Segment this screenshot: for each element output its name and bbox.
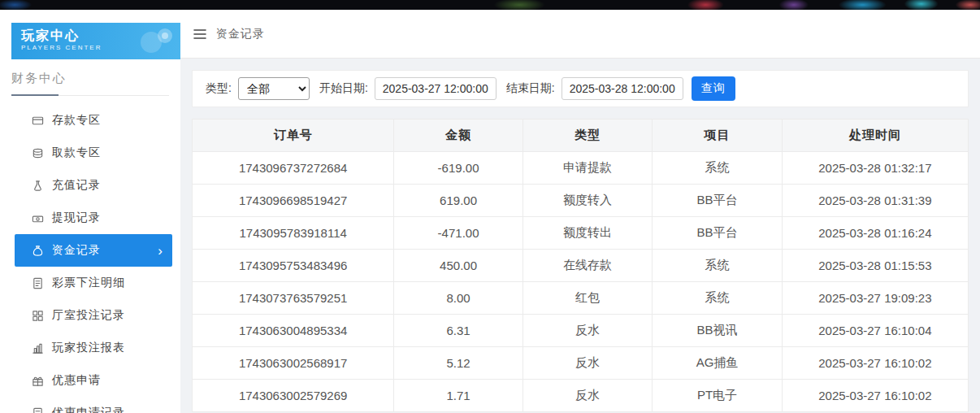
table-cell: 2025-03-27 16:10:02 <box>782 380 968 412</box>
table-cell: 2025-03-28 01:31:39 <box>782 185 968 217</box>
sidebar-item-lottery-bet-details[interactable]: 彩票下注明细 <box>15 267 172 299</box>
player-bet-report-icon <box>31 341 44 354</box>
table-row: 1743095753483496450.00在线存款系统2025-03-28 0… <box>193 250 969 282</box>
main-area: 资金记录 类型: 全部 开始日期: 结束日期: 查询 <box>180 10 980 413</box>
sidebar-item-funds-records[interactable]: 资金记录› <box>15 234 172 267</box>
sidebar-item-deposit-zone[interactable]: 存款专区 <box>15 104 172 137</box>
promo-apply-records-icon <box>31 406 44 413</box>
table-row: 1743096737272684-619.00申请提款系统2025-03-28 … <box>193 152 969 185</box>
table-row: 17430737635792518.00红包系统2025-03-27 19:09… <box>193 282 969 315</box>
table-cell: -619.00 <box>394 152 523 185</box>
deposit-zone-icon <box>31 114 44 127</box>
start-date-label: 开始日期: <box>319 81 368 96</box>
sidebar-item-label: 厅室投注记录 <box>52 308 125 323</box>
table-cell: AG捕鱼 <box>653 347 782 380</box>
sidebar-item-label: 彩票下注明细 <box>52 276 125 290</box>
table-cell: BB视讯 <box>653 315 782 347</box>
type-select[interactable]: 全部 <box>238 77 310 100</box>
table-cell: 红包 <box>523 282 652 315</box>
lottery-bet-details-icon <box>31 276 44 289</box>
column-header: 项目 <box>653 120 782 152</box>
table-cell: 5.12 <box>394 347 523 380</box>
withdrawal-records-icon <box>31 211 44 224</box>
filter-bar: 类型: 全部 开始日期: 结束日期: 查询 <box>192 70 969 107</box>
screen: 玩家中心 PLAYERS CENTER 财务中心 存款专区取款专区充值记录提现记… <box>0 0 980 413</box>
breadcrumb: 资金记录 <box>180 10 980 59</box>
table-cell: 1.71 <box>394 380 523 412</box>
sidebar-item-hall-bet-records[interactable]: 厅室投注记录 <box>15 299 172 332</box>
table-cell: 系统 <box>653 282 782 315</box>
sidebar-item-label: 资金记录 <box>52 243 101 258</box>
table-cell: 619.00 <box>394 185 523 217</box>
funds-records-icon <box>31 244 44 257</box>
table-cell: 1743095783918114 <box>193 217 394 250</box>
sidebar: 玩家中心 PLAYERS CENTER 财务中心 存款专区取款专区充值记录提现记… <box>0 10 180 413</box>
chevron-right-icon: › <box>158 244 163 258</box>
table-header-row: 订单号金额类型项目处理时间 <box>193 120 969 152</box>
sidebar-item-recharge-records[interactable]: 充值记录 <box>15 169 172 202</box>
column-header: 类型 <box>523 120 652 152</box>
column-header: 金额 <box>394 120 523 152</box>
hall-bet-records-icon <box>31 309 44 322</box>
gamepad-decor-icon <box>127 24 177 59</box>
sidebar-item-promo-apply-records[interactable]: 优惠申请记录 <box>15 397 172 413</box>
top-banner <box>0 0 980 10</box>
sidebar-menu: 存款专区取款专区充值记录提现记录资金记录›彩票下注明细厅室投注记录玩家投注报表优… <box>0 96 180 413</box>
type-label: 类型: <box>206 81 232 96</box>
column-header: 订单号 <box>193 120 394 152</box>
table-cell: 2025-03-27 16:10:02 <box>782 347 968 380</box>
start-date-input[interactable] <box>375 77 497 100</box>
sidebar-section-title: 财务中心 <box>11 69 169 87</box>
table-cell: 2025-03-27 19:09:23 <box>782 282 968 315</box>
content: 类型: 全部 开始日期: 结束日期: 查询 订单号金额类型项目 <box>180 59 980 413</box>
table-cell: 1743063004895334 <box>193 315 394 347</box>
table-row: 17430630025792691.71反水PT电子2025-03-27 16:… <box>193 380 969 412</box>
table-cell: 8.00 <box>394 282 523 315</box>
table-cell: BB平台 <box>653 185 782 217</box>
table-cell: 2025-03-28 01:32:17 <box>782 152 968 185</box>
table-cell: 在线存款 <box>523 250 652 282</box>
records-table: 订单号金额类型项目处理时间 1743096737272684-619.00申请提… <box>192 119 969 412</box>
logo: 玩家中心 PLAYERS CENTER <box>11 23 180 59</box>
search-button[interactable]: 查询 <box>692 76 735 101</box>
sidebar-item-withdraw-zone[interactable]: 取款专区 <box>15 137 172 169</box>
end-date-label: 结束日期: <box>506 81 555 96</box>
end-date-input[interactable] <box>562 77 683 100</box>
menu-toggle-icon[interactable] <box>193 28 206 40</box>
sidebar-item-promo-apply[interactable]: 优惠申请 <box>15 364 172 397</box>
table-cell: 6.31 <box>394 315 523 347</box>
promo-apply-icon <box>31 374 44 387</box>
sidebar-item-label: 玩家投注报表 <box>52 341 125 355</box>
table-cell: 1743096698519427 <box>193 185 394 217</box>
table-cell: 2025-03-28 01:15:53 <box>782 250 968 282</box>
layout: 玩家中心 PLAYERS CENTER 财务中心 存款专区取款专区充值记录提现记… <box>0 10 980 413</box>
table-cell: 1743073763579251 <box>193 282 394 315</box>
table-cell: 1743095753483496 <box>193 250 394 282</box>
table-cell: 额度转入 <box>523 185 652 217</box>
table-cell: PT电子 <box>653 380 782 412</box>
sidebar-item-player-bet-report[interactable]: 玩家投注报表 <box>15 332 172 364</box>
sidebar-item-label: 优惠申请 <box>52 373 101 388</box>
column-header: 处理时间 <box>782 120 968 152</box>
sidebar-item-withdrawal-records[interactable]: 提现记录 <box>15 202 172 234</box>
recharge-records-icon <box>31 179 44 192</box>
sidebar-item-label: 充值记录 <box>52 178 101 193</box>
table-cell: 1743063002579269 <box>193 380 394 412</box>
table-cell: 系统 <box>653 250 782 282</box>
withdraw-zone-icon <box>31 146 44 159</box>
table-cell: 反水 <box>523 380 652 412</box>
sidebar-item-label: 取款专区 <box>52 146 101 160</box>
table-cell: -471.00 <box>394 217 523 250</box>
table-cell: 1743096737272684 <box>193 152 394 185</box>
sidebar-section: 财务中心 <box>11 69 169 96</box>
table-row: 1743096698519427619.00额度转入BB平台2025-03-28… <box>193 185 969 217</box>
table-cell: 1743063002568917 <box>193 347 394 380</box>
page-title: 资金记录 <box>216 27 265 41</box>
table-cell: 2025-03-28 01:16:24 <box>782 217 968 250</box>
table-cell: 反水 <box>523 315 652 347</box>
table-cell: 系统 <box>653 152 782 185</box>
sidebar-item-label: 存款专区 <box>52 113 101 128</box>
table-cell: 申请提款 <box>523 152 652 185</box>
table-cell: 2025-03-27 16:10:04 <box>782 315 968 347</box>
table-cell: 额度转出 <box>523 217 652 250</box>
